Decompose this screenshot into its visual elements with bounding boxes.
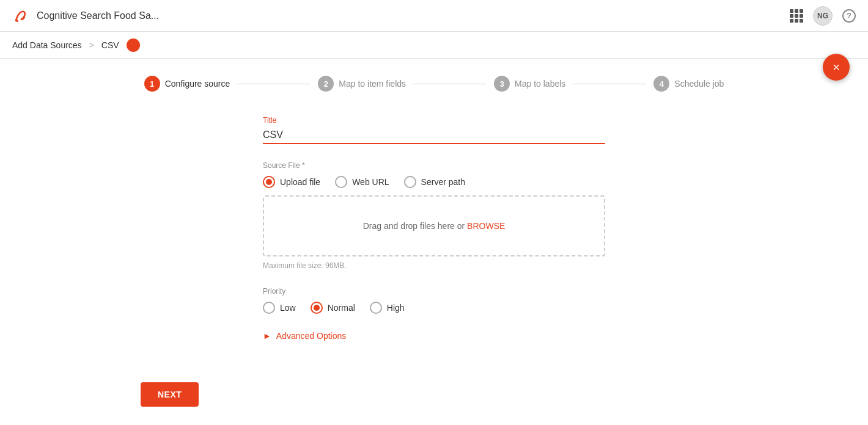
- step-4: 4 Schedule job: [653, 76, 724, 92]
- radio-serverpath-label: Server path: [421, 177, 465, 187]
- step-1-circle: 1: [144, 76, 160, 92]
- close-button[interactable]: ×: [823, 54, 850, 81]
- radio-normal-outer: [311, 302, 323, 314]
- radio-low[interactable]: Low: [263, 302, 296, 314]
- header-left: Cognitive Search Food Sa...: [12, 7, 159, 24]
- priority-group: Priority Low Normal High: [263, 287, 605, 314]
- app-title: Cognitive Search Food Sa...: [37, 10, 159, 21]
- breadcrumb-bar: Add Data Sources > CSV: [0, 32, 868, 59]
- step-3-label: Map to labels: [515, 79, 565, 89]
- breadcrumb-csv: CSV: [101, 40, 119, 50]
- header: Cognitive Search Food Sa... NG ?: [0, 0, 868, 32]
- browse-link[interactable]: BROWSE: [467, 221, 505, 231]
- radio-serverpath-outer: [404, 176, 416, 188]
- radio-normal-inner: [314, 305, 320, 311]
- radio-high-outer: [370, 302, 382, 314]
- radio-low-label: Low: [280, 303, 296, 313]
- step-2: 2 Map to item fields: [318, 76, 406, 92]
- user-avatar[interactable]: NG: [813, 6, 833, 26]
- title-field-group: Title: [263, 116, 605, 144]
- step-3-circle: 3: [494, 76, 510, 92]
- source-file-label: Source File *: [263, 161, 605, 170]
- priority-radio-group: Low Normal High: [263, 302, 605, 314]
- step-line-2: [413, 84, 487, 84]
- radio-high-label: High: [387, 303, 405, 313]
- radio-upload-label: Upload file: [280, 177, 320, 187]
- header-right: NG ?: [790, 6, 856, 26]
- upload-text: Drag and drop files here or BROWSE: [363, 221, 506, 231]
- title-input[interactable]: [263, 127, 605, 144]
- radio-serverpath[interactable]: Server path: [404, 176, 465, 188]
- help-icon[interactable]: ?: [842, 9, 856, 23]
- advanced-options-arrow: ►: [263, 331, 271, 341]
- radio-upload-outer: [263, 176, 275, 188]
- title-label: Title: [263, 116, 605, 125]
- advanced-options-label: Advanced Options: [276, 331, 346, 341]
- radio-upload-inner: [266, 179, 272, 185]
- radio-normal-label: Normal: [328, 303, 355, 313]
- steps-container: 1 Configure source 2 Map to item fields …: [0, 59, 868, 104]
- source-radio-group: Upload file Web URL Server path: [263, 176, 605, 188]
- breadcrumb-add-data: Add Data Sources: [12, 40, 82, 50]
- radio-weburl-outer: [335, 176, 347, 188]
- priority-label: Priority: [263, 287, 605, 296]
- radio-upload[interactable]: Upload file: [263, 176, 320, 188]
- breadcrumb-sep: >: [89, 40, 94, 50]
- step-4-circle: 4: [653, 76, 669, 92]
- advanced-options-toggle[interactable]: ► Advanced Options: [263, 331, 605, 341]
- status-dot: [127, 38, 140, 52]
- step-line-1: [237, 84, 311, 84]
- step-1: 1 Configure source: [144, 76, 230, 92]
- step-3: 3 Map to labels: [494, 76, 565, 92]
- main-form: Title Source File * Upload file Web URL …: [251, 104, 617, 353]
- svg-point-0: [16, 20, 18, 22]
- radio-low-outer: [263, 302, 275, 314]
- step-4-label: Schedule job: [674, 79, 724, 89]
- source-file-group: Source File * Upload file Web URL Server…: [263, 161, 605, 270]
- file-size-hint: Maximum file size: 96MB.: [263, 261, 605, 270]
- radio-normal[interactable]: Normal: [311, 302, 355, 314]
- apps-icon[interactable]: [790, 9, 803, 23]
- app-logo: [12, 7, 29, 24]
- step-line-3: [573, 84, 646, 84]
- step-1-label: Configure source: [165, 79, 230, 89]
- step-2-circle: 2: [318, 76, 334, 92]
- step-2-label: Map to item fields: [339, 79, 406, 89]
- radio-weburl[interactable]: Web URL: [335, 176, 389, 188]
- radio-high[interactable]: High: [370, 302, 405, 314]
- upload-drop-area[interactable]: Drag and drop files here or BROWSE: [263, 195, 605, 256]
- radio-weburl-label: Web URL: [352, 177, 389, 187]
